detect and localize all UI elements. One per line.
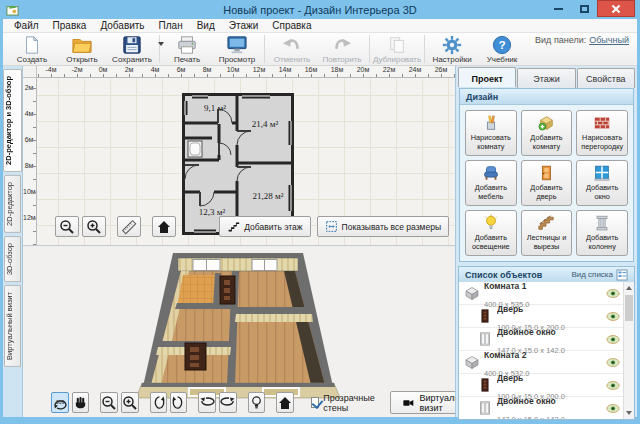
list-view-selector[interactable]: Вид списка: [571, 269, 628, 281]
add-room-icon: [537, 114, 555, 132]
menu-help[interactable]: Справка: [265, 20, 318, 31]
rotate-cw-icon: [171, 395, 186, 410]
viewer-3d[interactable]: 360 Прозрачные стены Виртуальный визит: [23, 247, 455, 417]
zoom-out-icon: [101, 395, 117, 411]
add-room-button[interactable]: Добавить комнату: [521, 110, 573, 156]
add-light-icon: [482, 214, 500, 232]
save-dropdown-arrow[interactable]: [158, 42, 164, 46]
tab-properties[interactable]: Свойства: [577, 68, 635, 88]
visibility-eye-icon[interactable]: [606, 403, 620, 414]
right-panel: Проект Этажи Свойства Дизайн Нарисовать …: [455, 66, 637, 417]
panel-view-value[interactable]: Обычный: [589, 35, 629, 45]
duplicate-button: Дублировать: [372, 34, 422, 64]
window-title: Новый проект - Дизайн Интерьера 3D: [3, 4, 637, 16]
draw-room-icon: [482, 114, 500, 132]
add-window-icon: [593, 164, 611, 182]
door-object-icon: [476, 308, 493, 324]
new-document-icon: [22, 35, 42, 55]
add-light-button[interactable]: Добавить освещение: [465, 210, 517, 256]
add-furniture-button[interactable]: Добавить мебель: [465, 160, 517, 206]
add-floor-icon: [227, 220, 240, 233]
tab-2d-editor[interactable]: 2D-редактор: [4, 175, 21, 233]
add-window-button[interactable]: Добавить окно: [576, 160, 628, 206]
visibility-eye-icon[interactable]: [606, 380, 620, 391]
tab-3d-view[interactable]: 3D-обзор: [4, 236, 21, 282]
plan-canvas[interactable]: 9,1 м² 21,4 м² 21,28 м² 12,3 м² Добав: [37, 78, 455, 245]
new-button[interactable]: Создать: [7, 34, 57, 64]
main-toolbar: Создать Открыть Сохранить Печать Просмот…: [3, 33, 637, 66]
maximize-button[interactable]: [571, 0, 597, 17]
settings-gear-icon: [442, 35, 462, 55]
show-all-sizes-button[interactable]: Показывать все размеры: [317, 216, 449, 237]
print-button[interactable]: Печать: [162, 34, 212, 64]
visibility-eye-icon[interactable]: [606, 288, 620, 299]
add-floor-button[interactable]: Добавить этаж: [219, 216, 310, 237]
menu-edit[interactable]: Правка: [46, 20, 94, 31]
light-button[interactable]: [248, 392, 265, 413]
menu-view[interactable]: Вид: [190, 20, 222, 31]
panel-view-selector[interactable]: Вид панели:Обычный: [535, 35, 629, 45]
visibility-eye-icon[interactable]: [606, 334, 620, 345]
tab-project[interactable]: Проект: [458, 67, 516, 87]
virtual-visit-button[interactable]: Виртуальный визит: [390, 391, 455, 414]
zoom-out-2d-button[interactable]: [55, 216, 79, 237]
close-button[interactable]: [597, 0, 635, 17]
object-row-window2[interactable]: Двойное окно147.0 x 15.0 x 142.0: [459, 397, 634, 420]
pan-button[interactable]: [72, 392, 89, 413]
minimize-button[interactable]: [545, 0, 571, 17]
editor-2d[interactable]: -4м -2м 0м 2м 4м 6м 8м 10м 12м 14м 16м 1…: [23, 66, 455, 246]
dimensions-icon: [325, 220, 338, 233]
visibility-eye-icon[interactable]: [606, 357, 620, 368]
orbit-right-icon: [220, 395, 236, 411]
draw-partition-button[interactable]: Нарисовать перегородку: [576, 110, 628, 156]
open-button[interactable]: Открыть: [57, 34, 107, 64]
save-button[interactable]: Сохранить: [107, 34, 157, 64]
zoom-out-3d-button[interactable]: [100, 392, 118, 413]
titlebar: Новый проект - Дизайн Интерьера 3D: [3, 0, 637, 19]
home-3d-button[interactable]: [276, 392, 294, 413]
tutorial-button[interactable]: ? Учебник: [477, 34, 527, 64]
rotate-360-button[interactable]: 360: [51, 392, 69, 413]
orbit-left-button[interactable]: [198, 392, 216, 413]
tab-virtual-visit[interactable]: Виртуальный визит: [4, 285, 21, 367]
visibility-eye-icon[interactable]: [606, 311, 620, 322]
add-column-icon: [593, 214, 611, 232]
zoom-in-2d-button[interactable]: [82, 216, 106, 237]
menu-add[interactable]: Добавить: [93, 20, 151, 31]
menu-plan[interactable]: План: [152, 20, 190, 31]
object-list-scrollbar[interactable]: [623, 282, 634, 419]
menu-file[interactable]: Файл: [7, 20, 46, 31]
add-column-button[interactable]: Добавить колонну: [576, 210, 628, 256]
home-2d-button[interactable]: [152, 216, 176, 237]
preview-button[interactable]: Просмотр: [212, 34, 262, 64]
scroll-down-arrow[interactable]: [626, 411, 632, 415]
add-door-button[interactable]: Добавить дверь: [521, 160, 573, 206]
tab-2d-and-3d[interactable]: 2D-редактор и 3D-обзор: [3, 69, 22, 172]
menu-floors[interactable]: Этажи: [222, 20, 266, 31]
ruler-icon: [121, 219, 137, 235]
stairs-button[interactable]: Лестницы и вырезы: [521, 210, 573, 256]
list-view-icon: [616, 269, 628, 281]
open-folder-icon: [71, 35, 93, 55]
zoom-in-icon: [122, 395, 138, 411]
pan-hand-icon: [73, 395, 88, 410]
settings-button[interactable]: Настройки: [427, 34, 477, 64]
rotate-up-button[interactable]: [150, 392, 167, 413]
orbit-right-button[interactable]: [219, 392, 237, 413]
zoom-in-3d-button[interactable]: [121, 392, 139, 413]
orbit-left-icon: [199, 395, 215, 411]
transparent-walls-toggle[interactable]: Прозрачные стены: [311, 393, 377, 413]
app-window: Новый проект - Дизайн Интерьера 3D Файл …: [0, 0, 640, 424]
undo-icon: [281, 35, 303, 55]
tab-floors[interactable]: Этажи: [517, 68, 575, 88]
draw-room-button[interactable]: Нарисовать комнату: [465, 110, 517, 156]
floor-plan[interactable]: 9,1 м² 21,4 м² 21,28 м² 12,3 м²: [182, 93, 294, 235]
rotate-down-button[interactable]: [170, 392, 187, 413]
measure-button[interactable]: [117, 216, 141, 237]
transparent-walls-checkbox[interactable]: [311, 397, 319, 408]
home-icon: [156, 219, 172, 235]
scrollbar-thumb[interactable]: [625, 295, 633, 321]
draw-partition-icon: [593, 114, 611, 132]
design-grid: Нарисовать комнату Добавить комнату Нари…: [460, 105, 633, 261]
scroll-up-arrow[interactable]: [626, 286, 632, 290]
